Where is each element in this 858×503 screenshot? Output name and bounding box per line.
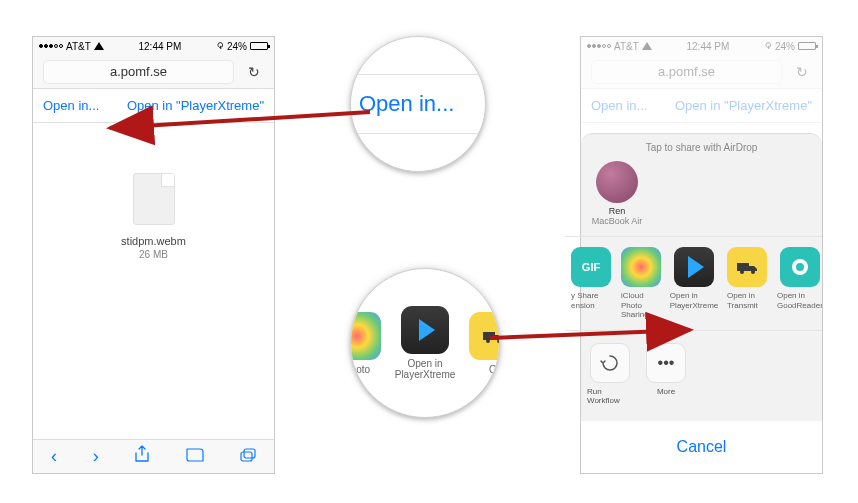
file-name-label: stidpm.webm <box>121 235 186 247</box>
goodreader-app-icon <box>780 247 820 287</box>
url-field[interactable]: a.pomf.se <box>591 60 782 84</box>
orientation-lock-icon: ⟳ <box>763 42 773 50</box>
battery-pct-label: 24% <box>227 41 247 52</box>
playerxtreme-app-icon <box>674 247 714 287</box>
avatar <box>596 161 638 203</box>
phone-right: AT&T 12:44 PM ⟳ 24% a.pomf.se ↻ Open in.… <box>580 36 823 474</box>
transmit-app-icon <box>727 247 767 287</box>
open-in-button[interactable]: Open in... <box>591 98 647 113</box>
magnifier-open-in: Open in... <box>350 36 486 172</box>
goodreader-app-label: Open in GoodReader <box>777 291 822 310</box>
magnifier-open-in-text: Open in... <box>351 75 485 133</box>
svg-rect-1 <box>244 449 255 458</box>
signal-dots-icon <box>39 44 63 48</box>
mag2-right-label: O <box>489 364 497 375</box>
share-sheet: Tap to share with AirDrop Ren MacBook Ai… <box>581 133 822 473</box>
carrier-label: AT&T <box>614 41 639 52</box>
photos-app-icon <box>621 247 661 287</box>
share-app-playerxtreme[interactable]: Open in PlayerXtreme <box>671 247 717 320</box>
contact-name: Ren <box>609 206 626 216</box>
svg-point-3 <box>486 339 490 343</box>
photos-app-label: iCloud Photo Sharing <box>621 291 661 320</box>
tabs-icon[interactable] <box>236 446 260 467</box>
carrier-label: AT&T <box>66 41 91 52</box>
open-in-button[interactable]: Open in... <box>43 98 99 113</box>
playerxtreme-app-label: Open in PlayerXtreme <box>670 291 718 310</box>
clock-label: 12:44 PM <box>687 41 730 52</box>
gif-app-label: y Share ension <box>571 291 611 310</box>
clock-label: 12:44 PM <box>139 41 182 52</box>
share-app-gif[interactable]: GIF y Share ension <box>571 247 611 320</box>
url-field[interactable]: a.pomf.se <box>43 60 234 84</box>
contact-device: MacBook Air <box>592 216 643 226</box>
url-bar-right: a.pomf.se ↻ <box>581 55 822 89</box>
reload-icon[interactable]: ↻ <box>792 64 812 80</box>
svg-point-6 <box>740 270 744 274</box>
airdrop-contact[interactable]: Ren MacBook Air <box>591 161 643 226</box>
open-in-bar-right: Open in... Open in "PlayerXtreme" <box>581 89 822 123</box>
action-more[interactable]: ••• More <box>643 343 689 405</box>
mag2-left-label: Photo <box>350 364 370 375</box>
orientation-lock-icon: ⟳ <box>215 42 225 50</box>
back-icon[interactable]: ‹ <box>47 446 61 467</box>
forward-icon[interactable]: › <box>89 446 103 467</box>
gif-app-icon: GIF <box>571 247 611 287</box>
svg-point-7 <box>751 270 755 274</box>
wifi-icon <box>94 42 104 50</box>
cancel-button[interactable]: Cancel <box>587 427 816 467</box>
magnifier-playerxtreme: Photo Open in PlayerXtreme O <box>350 268 500 418</box>
wifi-icon <box>642 42 652 50</box>
actions-row: Run Workflow ••• More <box>581 331 822 421</box>
open-in-playerxtreme-button[interactable]: Open in "PlayerXtreme" <box>675 98 812 113</box>
file-icon <box>133 173 175 225</box>
svg-rect-5 <box>737 263 749 271</box>
svg-rect-0 <box>241 452 252 461</box>
share-app-photos[interactable]: iCloud Photo Sharing <box>621 247 661 320</box>
url-bar: a.pomf.se ↻ <box>33 55 274 89</box>
share-app-transmit[interactable]: Open in Transmit <box>727 247 767 320</box>
battery-icon <box>250 42 268 50</box>
battery-pct-label: 24% <box>775 41 795 52</box>
reload-icon[interactable]: ↻ <box>244 64 264 80</box>
browser-toolbar: ‹ › <box>33 439 274 473</box>
file-size-label: 26 MB <box>139 249 168 260</box>
svg-rect-2 <box>483 332 495 340</box>
more-label: More <box>657 387 675 396</box>
playerxtreme-app-icon <box>401 306 449 354</box>
open-in-bar: Open in... Open in "PlayerXtreme" <box>33 89 274 123</box>
signal-dots-icon <box>587 44 611 48</box>
phone-left: AT&T 12:44 PM ⟳ 24% a.pomf.se ↻ Open in.… <box>32 36 275 474</box>
share-app-goodreader[interactable]: Open in GoodReader <box>777 247 822 320</box>
airdrop-caption: Tap to share with AirDrop <box>581 142 822 161</box>
status-bar: AT&T 12:44 PM ⟳ 24% <box>33 37 274 55</box>
workflow-label: Run Workflow <box>587 387 633 405</box>
open-in-playerxtreme-button[interactable]: Open in "PlayerXtreme" <box>127 98 264 113</box>
bookmarks-icon[interactable] <box>182 446 208 467</box>
share-apps-row[interactable]: GIF y Share ension iCloud Photo Sharing … <box>565 236 822 331</box>
photos-app-icon <box>350 312 381 360</box>
transmit-app-icon <box>469 312 500 360</box>
file-preview-area: stidpm.webm 26 MB <box>33 123 274 439</box>
status-bar-right: AT&T 12:44 PM ⟳ 24% <box>581 37 822 55</box>
transmit-app-label: Open in Transmit <box>727 291 767 310</box>
share-icon[interactable] <box>130 445 154 468</box>
airdrop-row: Ren MacBook Air <box>581 161 822 236</box>
battery-icon <box>798 42 816 50</box>
action-run-workflow[interactable]: Run Workflow <box>587 343 633 405</box>
more-icon: ••• <box>646 343 686 383</box>
mag2-center-label: Open in PlayerXtreme <box>395 358 456 380</box>
workflow-icon <box>590 343 630 383</box>
